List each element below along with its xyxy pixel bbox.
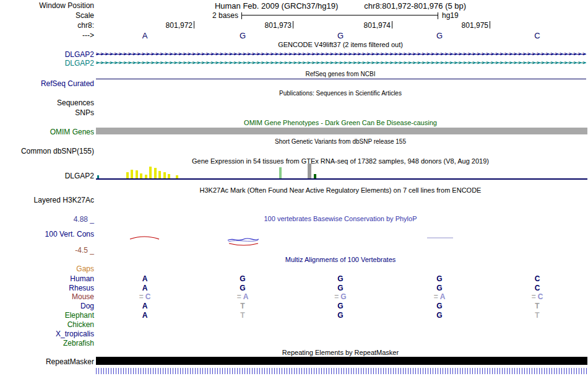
sidebar-label-scale[interactable]: Scale	[0, 11, 94, 20]
track-title-publications-sequences-in-scientific-artic: Publications: Sequences in Scientific Ar…	[96, 90, 585, 97]
gtex-expression-bar[interactable]	[158, 171, 161, 178]
reference-base: G	[236, 31, 249, 40]
omim-genes-bar[interactable]	[96, 128, 587, 134]
sidebar-label-gaps[interactable]: Gaps	[0, 265, 94, 273]
multiz-base-dog: A	[136, 302, 153, 310]
sidebar-label-dlgap2[interactable]: DLGAP2	[0, 59, 94, 68]
genome-browser-view: Human Feb. 2009 (GRCh37/hg19) chr8:801,9…	[0, 0, 588, 376]
reference-base: G	[334, 31, 347, 40]
phylop-curve-mid-red	[229, 243, 258, 245]
sidebar-label-elephant[interactable]: Elephant	[0, 311, 94, 320]
sidebar-label-repeatmasker[interactable]: RepeatMasker	[0, 357, 94, 366]
gtex-expression-bar[interactable]	[308, 164, 311, 178]
sidebar-label-snps[interactable]: SNPs	[0, 108, 94, 117]
gtex-expression-bar[interactable]	[168, 174, 170, 178]
gtex-expression-bar[interactable]	[176, 175, 178, 178]
sidebar-label-dlgap2[interactable]: DLGAP2	[0, 172, 94, 180]
gap-marker: =	[532, 292, 536, 301]
gtex-expression-bar[interactable]	[279, 167, 282, 178]
base-letter: G	[240, 274, 245, 283]
base-letter: G	[436, 274, 442, 283]
track-title-gene-expression-in-54-tissues-from-gtex-rn: Gene Expression in 54 tissues from GTEx …	[96, 157, 585, 165]
sidebar-label-common-dbsnp-155[interactable]: Common dbSNP(155)	[0, 147, 94, 155]
scale-value: 2 bases	[96, 11, 238, 20]
multiz-base-mouse: =A	[234, 292, 251, 301]
sidebar-label-[interactable]: --->	[0, 31, 94, 40]
sidebar-label-dog[interactable]: Dog	[0, 302, 94, 310]
track-title-short-genetic-variants-from-dbsnp-release-: Short Genetic Variants from dbSNP releas…	[96, 138, 585, 145]
multiz-base-dog: G	[431, 302, 448, 310]
ruler-tick	[194, 21, 194, 28]
gtex-expression-bar[interactable]	[314, 174, 316, 178]
sidebar-label-x-tropicalis[interactable]: X_tropicalis	[0, 330, 94, 338]
multiz-base-elephant: G	[431, 311, 448, 320]
track-title-repeating-elements-by-repeatmasker: Repeating Elements by RepeatMasker	[96, 349, 585, 356]
multiz-base-dog: T	[529, 302, 546, 310]
gtex-expression-bar[interactable]	[154, 168, 157, 178]
base-letter: G	[337, 311, 343, 320]
gtex-expression-bar[interactable]	[136, 170, 138, 178]
ruler-position-label: 801,973	[235, 21, 292, 30]
base-letter: G	[337, 302, 343, 310]
sidebar-label-sequences[interactable]: Sequences	[0, 98, 94, 107]
sidebar-label-4-88[interactable]: 4.88 _	[0, 215, 94, 224]
gtex-expression-bar[interactable]	[145, 175, 147, 178]
sidebar-label-human[interactable]: Human	[0, 274, 94, 283]
base-letter: C	[535, 274, 540, 283]
sidebar-label-layered-h3k27ac[interactable]: Layered H3K27Ac	[0, 196, 94, 204]
multiz-base-elephant: T	[234, 311, 251, 320]
multiz-base-human: G	[332, 274, 349, 283]
bottom-tick-strip[interactable]	[96, 368, 587, 374]
sidebar-label-chr8[interactable]: chr8:	[0, 21, 94, 30]
repeatmasker-bar[interactable]	[96, 357, 587, 365]
base-letter: C	[538, 292, 543, 301]
scale-bar-tick-right	[438, 12, 438, 19]
multiz-base-human: G	[431, 274, 448, 283]
multiz-base-elephant: G	[332, 311, 349, 320]
ruler-tick	[490, 21, 490, 28]
gtex-expression-bar[interactable]	[149, 167, 152, 178]
position-label: chr8:801,972-801,976 (5 bp)	[364, 1, 466, 11]
base-letter: G	[340, 292, 346, 301]
multiz-base-mouse: =C	[136, 292, 153, 301]
base-letter: T	[240, 302, 244, 310]
phylop-curve-left-red	[130, 237, 159, 239]
sidebar-label-dlgap2[interactable]: DLGAP2	[0, 50, 94, 59]
base-letter: G	[337, 284, 343, 292]
ruler-position-label: 801,975	[431, 21, 488, 30]
sidebar-label-omim-genes[interactable]: OMIM Genes	[0, 128, 94, 136]
phylop-curve-mid-blue-light	[228, 240, 258, 242]
gtex-expression-bar[interactable]	[163, 172, 166, 178]
base-letter: C	[145, 292, 151, 301]
base-letter: A	[142, 302, 148, 310]
gtex-baseline[interactable]	[96, 178, 587, 180]
refseq-gene-line[interactable]	[96, 79, 586, 79]
gene-arrows-dlgap2-1[interactable]: >>>>>>>>>>>>>>>>>>>>>>>>>>>>>>>>>>>>>>>>…	[96, 59, 586, 67]
sidebar-label-rhesus[interactable]: Rhesus	[0, 284, 94, 292]
multiz-base-dog: G	[332, 302, 349, 310]
sidebar-label-4-5[interactable]: -4.5 _	[0, 246, 94, 255]
multiz-base-dog: T	[234, 302, 251, 310]
sidebar-label-100-vert-cons[interactable]: 100 Vert. Cons	[0, 230, 94, 238]
gene-arrows-dlgap2-0[interactable]: >>>>>>>>>>>>>>>>>>>>>>>>>>>>>>>>>>>>>>>>…	[96, 50, 586, 58]
multiz-base-human: C	[529, 274, 546, 283]
sidebar-label-chicken[interactable]: Chicken	[0, 320, 94, 329]
multiz-base-rhesus: G	[332, 284, 349, 292]
gtex-expression-bar[interactable]	[97, 175, 99, 178]
sidebar-label-refseq-curated[interactable]: RefSeq Curated	[0, 79, 94, 88]
sidebar-label-zebrafish[interactable]: Zebrafish	[0, 339, 94, 348]
base-letter: G	[337, 274, 343, 283]
gtex-expression-bar[interactable]	[126, 172, 129, 178]
ruler-position-label: 801,972	[136, 21, 192, 30]
gtex-expression-bar[interactable]	[131, 170, 133, 178]
base-letter: A	[440, 292, 446, 301]
base-letter: C	[535, 284, 540, 292]
multiz-base-mouse: =A	[431, 292, 448, 301]
multiz-base-rhesus: G	[234, 284, 251, 292]
base-letter: G	[436, 311, 442, 320]
base-letter: A	[243, 292, 249, 301]
sidebar-label-window-position[interactable]: Window Position	[0, 1, 94, 10]
gtex-expression-bar[interactable]	[140, 173, 142, 178]
sidebar-label-mouse[interactable]: Mouse	[0, 292, 94, 301]
ruler-position-label: 801,974	[334, 21, 391, 30]
